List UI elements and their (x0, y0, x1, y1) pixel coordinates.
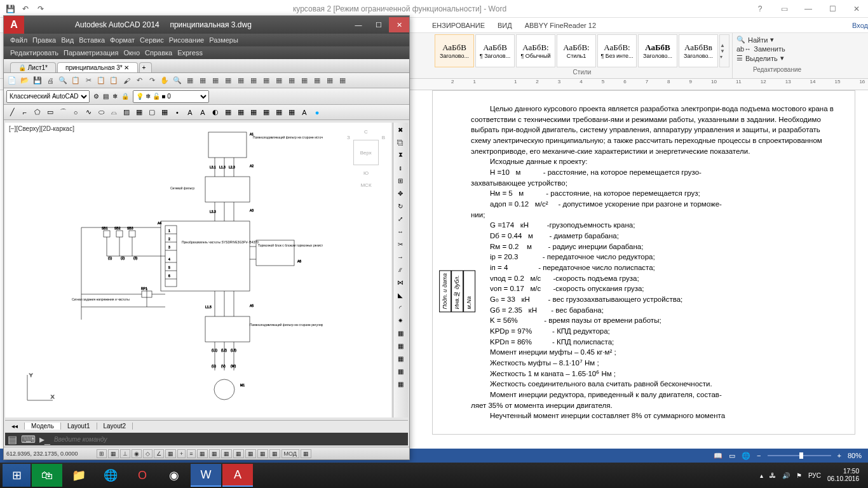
coords-display[interactable]: 612.9395, 232.1735, 0.0000 (6, 451, 95, 457)
table-icon[interactable]: ▦ (159, 107, 170, 118)
ortho-icon[interactable]: ⊥ (120, 449, 130, 458)
acad-logo-icon[interactable]: A (4, 16, 24, 34)
model-button[interactable]: МОД (281, 449, 299, 458)
erase-icon[interactable]: ✖ (395, 124, 406, 135)
file-tab[interactable]: принципиальная 3* ✕ (57, 62, 138, 72)
print-icon[interactable]: 🖨 (44, 75, 56, 86)
paste-icon[interactable]: 📋 (108, 75, 119, 86)
redo-icon[interactable]: ↷ (36, 4, 46, 14)
view-web-icon[interactable]: 🌐 (742, 452, 750, 460)
workspace-select[interactable]: Классический AutoCAD (6, 90, 90, 103)
sc-icon[interactable]: ▦ (221, 449, 232, 458)
layout-tab[interactable]: Layout2 (97, 423, 133, 430)
toolbar-icon[interactable]: ▦ (235, 75, 247, 86)
lwt-icon[interactable]: ≡ (187, 449, 195, 458)
style-item[interactable]: АаБбВ¶ Заголов... (475, 34, 515, 67)
menu-item[interactable]: Вид (61, 36, 74, 44)
new-tab-icon[interactable]: + (139, 62, 152, 72)
word-document[interactable]: Подп. и дата Инв.№ дубл. м.Na Целью данн… (432, 90, 855, 450)
rect-icon[interactable]: ▭ (44, 107, 56, 118)
point-icon[interactable]: • (172, 107, 183, 118)
replace-button[interactable]: ab↔ Заменить (736, 45, 818, 53)
menu-item[interactable]: Вставка (79, 36, 105, 44)
style-item[interactable]: АаБбВ:¶ Обычный (516, 34, 555, 67)
tray-clock[interactable]: 17:50 06.10.2016 (827, 468, 859, 483)
close-icon[interactable]: ✕ (389, 17, 409, 32)
rotate-icon[interactable]: ↻ (395, 200, 406, 212)
start-button[interactable]: ⊞ (3, 464, 31, 487)
freeze-icon[interactable]: ❄ (112, 93, 118, 100)
taskbar-chrome-icon[interactable]: ◉ (159, 464, 189, 487)
polygon-icon[interactable]: ⬠ (32, 107, 43, 118)
move-icon[interactable]: ✥ (395, 187, 406, 199)
zoom-value[interactable]: 80% (848, 452, 862, 459)
mirror-icon[interactable]: ⧗ (395, 149, 406, 161)
toolbar-icon[interactable]: ▦ (311, 75, 323, 86)
toolbar-icon[interactable]: ▦ (273, 107, 285, 118)
layout-tab[interactable]: Модель (25, 423, 61, 430)
tray-up-icon[interactable]: ▴ (760, 472, 763, 479)
style-item[interactable]: АаБбВЗаголово... (638, 34, 677, 67)
maximize-icon[interactable]: ☐ (821, 1, 844, 17)
maximize-icon[interactable]: ☐ (369, 17, 389, 32)
minimize-icon[interactable]: — (348, 17, 369, 32)
hatch-icon[interactable]: ▨ (121, 107, 132, 118)
status-btn[interactable]: ▦ (269, 449, 280, 458)
toolbar-icon[interactable]: ▦ (395, 340, 406, 351)
cmd-history-icon[interactable]: ▤ (8, 433, 17, 445)
zoom-in-icon[interactable]: + (837, 452, 841, 459)
snap-icon[interactable]: ⊞ (97, 449, 107, 458)
grid-icon[interactable]: ▦ (108, 449, 119, 458)
break-icon[interactable]: ⫽ (395, 264, 406, 275)
scale-icon[interactable]: ⤢ (395, 213, 406, 224)
tray-lang[interactable]: РУС (808, 472, 821, 479)
toolbar-icon[interactable]: ▦ (286, 107, 297, 118)
lock-icon[interactable]: 🔒 (121, 93, 129, 100)
zoom-out-icon[interactable]: − (757, 452, 761, 459)
text-icon[interactable]: A (184, 107, 196, 118)
viewcube[interactable]: С ЗВерхВ Ю МСК (347, 129, 385, 193)
menu-item[interactable]: Размеры (209, 36, 238, 44)
taskbar-opera-icon[interactable]: O (127, 464, 158, 487)
toolbar-icon[interactable]: ▦ (197, 75, 208, 86)
save-icon[interactable]: 💾 (5, 4, 15, 14)
toolbar-icon[interactable]: ▦ (395, 353, 406, 364)
toolbar-icon[interactable]: ▦ (395, 378, 406, 390)
menu-item[interactable]: Правка (32, 36, 56, 44)
acad-canvas[interactable]: [−][Сверху][2D-каркас] С ЗВерхВ Ю МСК A1… (5, 123, 391, 417)
view-label[interactable]: [−][Сверху][2D-каркас] (9, 125, 74, 132)
menu-item[interactable]: Формат (110, 36, 135, 44)
toolbar-icon[interactable]: ▦ (261, 75, 272, 86)
ribbon-collapse-icon[interactable]: ▭ (773, 1, 796, 17)
plot-icon[interactable]: 📋 (70, 75, 81, 86)
mtext-icon[interactable]: A (197, 107, 208, 118)
style-item[interactable]: АаБбВ:Стиль1 (557, 34, 596, 67)
toolbar-icon[interactable]: ● (311, 107, 323, 118)
toolbar-icon[interactable]: ◐ (210, 107, 221, 118)
minimize-icon[interactable]: — (797, 1, 820, 17)
toolbar-icon[interactable]: ▦ (248, 107, 259, 118)
style-item[interactable]: АаБбВ:¶ Без инте... (597, 34, 637, 67)
otrack-icon[interactable]: ∠ (154, 449, 164, 458)
toolbar-icon[interactable]: ▦ (235, 107, 247, 118)
cut-icon[interactable]: ✂ (83, 75, 94, 86)
dyn-icon[interactable]: + (177, 449, 186, 458)
ucs-icon[interactable]: YX (24, 372, 56, 405)
open-icon[interactable]: 📂 (19, 75, 31, 86)
style-item[interactable]: АаБбВвЗаголово... (679, 34, 718, 67)
menu-item[interactable]: Рисование (169, 36, 204, 44)
explode-icon[interactable]: ✷ (395, 315, 406, 326)
gear-icon[interactable]: ⚙ (93, 93, 99, 100)
stretch-icon[interactable]: ↔ (395, 226, 406, 237)
status-btn[interactable]: ▦ (245, 449, 256, 458)
circle-icon[interactable]: ○ (70, 107, 81, 118)
offset-icon[interactable]: ⫾ (395, 162, 406, 173)
tray-network-icon[interactable]: 🖧 (770, 472, 776, 479)
view-read-icon[interactable]: 📖 (714, 452, 722, 460)
toolbar-icon[interactable]: ▦ (324, 75, 336, 86)
zoom-slider[interactable] (768, 455, 831, 456)
array-icon[interactable]: ⊞ (395, 175, 406, 186)
taskbar-autocad-icon[interactable]: A (222, 464, 253, 487)
join-icon[interactable]: ⋈ (395, 276, 406, 288)
ellipse-arc-icon[interactable]: ⌓ (108, 107, 119, 118)
